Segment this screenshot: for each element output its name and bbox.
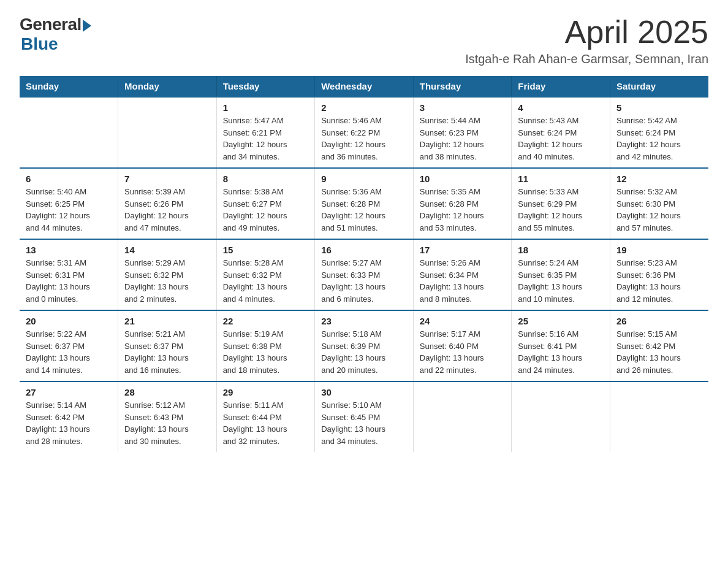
calendar-cell: 18Sunrise: 5:24 AMSunset: 6:35 PMDayligh… xyxy=(512,239,610,310)
day-info: Sunrise: 5:42 AMSunset: 6:24 PMDaylight:… xyxy=(616,115,702,163)
calendar-cell: 16Sunrise: 5:27 AMSunset: 6:33 PMDayligh… xyxy=(315,239,414,310)
day-info: Sunrise: 5:14 AMSunset: 6:42 PMDaylight:… xyxy=(26,399,112,447)
day-number: 30 xyxy=(321,387,407,397)
day-number: 13 xyxy=(26,245,112,255)
weekday-header-thursday: Thursday xyxy=(413,76,512,97)
weekday-header-friday: Friday xyxy=(512,76,610,97)
calendar-week-row: 13Sunrise: 5:31 AMSunset: 6:31 PMDayligh… xyxy=(20,239,708,310)
day-info: Sunrise: 5:33 AMSunset: 6:29 PMDaylight:… xyxy=(518,186,604,234)
calendar-cell: 28Sunrise: 5:12 AMSunset: 6:43 PMDayligh… xyxy=(118,381,217,452)
calendar-cell: 23Sunrise: 5:18 AMSunset: 6:39 PMDayligh… xyxy=(315,310,414,381)
day-info: Sunrise: 5:28 AMSunset: 6:32 PMDaylight:… xyxy=(223,257,309,305)
calendar-cell: 22Sunrise: 5:19 AMSunset: 6:38 PMDayligh… xyxy=(216,310,315,381)
calendar-week-row: 1Sunrise: 5:47 AMSunset: 6:21 PMDaylight… xyxy=(20,97,708,168)
day-number: 18 xyxy=(518,245,604,255)
day-number: 7 xyxy=(124,174,210,184)
day-info: Sunrise: 5:29 AMSunset: 6:32 PMDaylight:… xyxy=(124,257,210,305)
calendar-cell xyxy=(118,97,217,168)
day-info: Sunrise: 5:16 AMSunset: 6:41 PMDaylight:… xyxy=(518,328,604,376)
day-number: 1 xyxy=(223,102,309,113)
calendar-cell: 5Sunrise: 5:42 AMSunset: 6:24 PMDaylight… xyxy=(610,97,708,168)
day-number: 19 xyxy=(616,245,702,255)
day-info: Sunrise: 5:19 AMSunset: 6:38 PMDaylight:… xyxy=(223,328,309,376)
calendar-cell: 13Sunrise: 5:31 AMSunset: 6:31 PMDayligh… xyxy=(20,239,118,310)
day-number: 4 xyxy=(518,102,604,113)
calendar-cell: 27Sunrise: 5:14 AMSunset: 6:42 PMDayligh… xyxy=(20,381,118,452)
calendar-cell: 21Sunrise: 5:21 AMSunset: 6:37 PMDayligh… xyxy=(118,310,217,381)
calendar-week-row: 6Sunrise: 5:40 AMSunset: 6:25 PMDaylight… xyxy=(20,168,708,239)
calendar-cell: 20Sunrise: 5:22 AMSunset: 6:37 PMDayligh… xyxy=(20,310,118,381)
weekday-header-saturday: Saturday xyxy=(610,76,708,97)
day-info: Sunrise: 5:12 AMSunset: 6:43 PMDaylight:… xyxy=(124,399,210,447)
weekday-header-tuesday: Tuesday xyxy=(216,76,315,97)
day-info: Sunrise: 5:11 AMSunset: 6:44 PMDaylight:… xyxy=(223,399,309,447)
day-info: Sunrise: 5:47 AMSunset: 6:21 PMDaylight:… xyxy=(223,115,309,163)
day-number: 20 xyxy=(26,316,112,326)
logo-blue-text: Blue xyxy=(21,34,58,54)
calendar-cell: 6Sunrise: 5:40 AMSunset: 6:25 PMDaylight… xyxy=(20,168,118,239)
calendar-cell: 10Sunrise: 5:35 AMSunset: 6:28 PMDayligh… xyxy=(413,168,512,239)
calendar-cell: 3Sunrise: 5:44 AMSunset: 6:23 PMDaylight… xyxy=(413,97,512,168)
calendar-cell: 14Sunrise: 5:29 AMSunset: 6:32 PMDayligh… xyxy=(118,239,217,310)
page-header: General Blue April 2025 Istgah-e Rah Aha… xyxy=(20,15,708,66)
day-info: Sunrise: 5:10 AMSunset: 6:45 PMDaylight:… xyxy=(321,399,407,447)
day-info: Sunrise: 5:39 AMSunset: 6:26 PMDaylight:… xyxy=(124,186,210,234)
day-info: Sunrise: 5:17 AMSunset: 6:40 PMDaylight:… xyxy=(420,328,506,376)
calendar-cell: 15Sunrise: 5:28 AMSunset: 6:32 PMDayligh… xyxy=(216,239,315,310)
calendar-cell xyxy=(610,381,708,452)
month-title: April 2025 xyxy=(465,15,708,50)
day-info: Sunrise: 5:40 AMSunset: 6:25 PMDaylight:… xyxy=(26,186,112,234)
logo: General Blue xyxy=(20,15,91,54)
calendar-cell: 17Sunrise: 5:26 AMSunset: 6:34 PMDayligh… xyxy=(413,239,512,310)
location-title: Istgah-e Rah Ahan-e Garmsar, Semnan, Ira… xyxy=(465,52,708,66)
day-number: 5 xyxy=(616,102,702,113)
calendar-cell: 1Sunrise: 5:47 AMSunset: 6:21 PMDaylight… xyxy=(216,97,315,168)
day-number: 8 xyxy=(223,174,309,184)
day-info: Sunrise: 5:26 AMSunset: 6:34 PMDaylight:… xyxy=(420,257,506,305)
day-info: Sunrise: 5:15 AMSunset: 6:42 PMDaylight:… xyxy=(616,328,702,376)
calendar-cell xyxy=(20,97,118,168)
calendar-cell: 25Sunrise: 5:16 AMSunset: 6:41 PMDayligh… xyxy=(512,310,610,381)
day-number: 23 xyxy=(321,316,407,326)
calendar-week-row: 20Sunrise: 5:22 AMSunset: 6:37 PMDayligh… xyxy=(20,310,708,381)
day-info: Sunrise: 5:36 AMSunset: 6:28 PMDaylight:… xyxy=(321,186,407,234)
day-number: 24 xyxy=(420,316,506,326)
day-number: 14 xyxy=(124,245,210,255)
logo-general-text: General xyxy=(20,15,82,34)
calendar-cell: 19Sunrise: 5:23 AMSunset: 6:36 PMDayligh… xyxy=(610,239,708,310)
title-block: April 2025 Istgah-e Rah Ahan-e Garmsar, … xyxy=(465,15,708,66)
day-info: Sunrise: 5:21 AMSunset: 6:37 PMDaylight:… xyxy=(124,328,210,376)
calendar-cell: 26Sunrise: 5:15 AMSunset: 6:42 PMDayligh… xyxy=(610,310,708,381)
calendar-cell: 4Sunrise: 5:43 AMSunset: 6:24 PMDaylight… xyxy=(512,97,610,168)
day-number: 11 xyxy=(518,174,604,184)
calendar-cell: 11Sunrise: 5:33 AMSunset: 6:29 PMDayligh… xyxy=(512,168,610,239)
calendar-week-row: 27Sunrise: 5:14 AMSunset: 6:42 PMDayligh… xyxy=(20,381,708,452)
logo-arrow-icon xyxy=(83,20,91,32)
day-info: Sunrise: 5:18 AMSunset: 6:39 PMDaylight:… xyxy=(321,328,407,376)
calendar-cell: 12Sunrise: 5:32 AMSunset: 6:30 PMDayligh… xyxy=(610,168,708,239)
day-info: Sunrise: 5:31 AMSunset: 6:31 PMDaylight:… xyxy=(26,257,112,305)
day-number: 29 xyxy=(223,387,309,397)
calendar-cell xyxy=(413,381,512,452)
day-number: 21 xyxy=(124,316,210,326)
weekday-header-monday: Monday xyxy=(118,76,217,97)
day-info: Sunrise: 5:38 AMSunset: 6:27 PMDaylight:… xyxy=(223,186,309,234)
calendar-table: SundayMondayTuesdayWednesdayThursdayFrid… xyxy=(20,76,708,452)
day-number: 26 xyxy=(616,316,702,326)
day-info: Sunrise: 5:43 AMSunset: 6:24 PMDaylight:… xyxy=(518,115,604,163)
weekday-header-wednesday: Wednesday xyxy=(315,76,414,97)
day-number: 3 xyxy=(420,102,506,113)
calendar-cell xyxy=(512,381,610,452)
calendar-cell: 2Sunrise: 5:46 AMSunset: 6:22 PMDaylight… xyxy=(315,97,414,168)
day-number: 6 xyxy=(26,174,112,184)
calendar-cell: 7Sunrise: 5:39 AMSunset: 6:26 PMDaylight… xyxy=(118,168,217,239)
day-number: 25 xyxy=(518,316,604,326)
calendar-cell: 9Sunrise: 5:36 AMSunset: 6:28 PMDaylight… xyxy=(315,168,414,239)
day-number: 15 xyxy=(223,245,309,255)
calendar-cell: 29Sunrise: 5:11 AMSunset: 6:44 PMDayligh… xyxy=(216,381,315,452)
calendar-header-row: SundayMondayTuesdayWednesdayThursdayFrid… xyxy=(20,76,708,97)
day-info: Sunrise: 5:24 AMSunset: 6:35 PMDaylight:… xyxy=(518,257,604,305)
calendar-cell: 30Sunrise: 5:10 AMSunset: 6:45 PMDayligh… xyxy=(315,381,414,452)
day-number: 2 xyxy=(321,102,407,113)
day-number: 16 xyxy=(321,245,407,255)
